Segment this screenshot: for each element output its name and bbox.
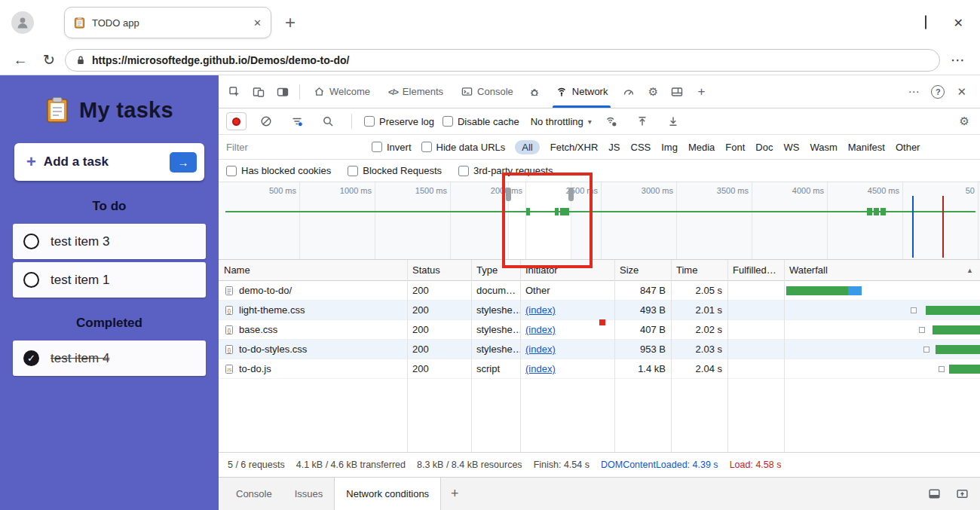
network-request-row[interactable]: demo-to-do/200docum…Other847 B2.05 s	[219, 281, 980, 301]
request-name[interactable]: to-do.js	[239, 363, 271, 374]
selection-handle-left[interactable]	[506, 188, 511, 201]
submit-task-button[interactable]: →	[170, 152, 197, 173]
tab-elements[interactable]: </> Elements	[380, 75, 452, 108]
network-overview-timeline[interactable]: 500 ms1000 ms1500 ms2000 ms2500 ms3000 m…	[219, 182, 980, 260]
filter-pill-media[interactable]: Media	[688, 142, 715, 153]
clear-icon[interactable]	[255, 110, 277, 133]
filter-checkbox-blocked-requests[interactable]: Blocked Requests	[348, 165, 442, 176]
task-checked-icon[interactable]: ✓	[23, 350, 39, 366]
hide-data-urls-checkbox[interactable]: Hide data URLs	[421, 142, 506, 153]
request-initiator[interactable]: (index)	[520, 320, 614, 339]
checkbox-icon[interactable]	[458, 166, 469, 176]
filter-pill-fetch-xhr[interactable]: Fetch/XHR	[550, 142, 599, 153]
request-name[interactable]: light-theme.css	[239, 304, 305, 316]
checkbox-icon[interactable]	[226, 166, 237, 176]
column-header-status[interactable]: Status	[407, 264, 471, 276]
search-icon[interactable]	[317, 110, 339, 133]
drawer-add-tab-button[interactable]: +	[441, 486, 469, 502]
checkbox-icon[interactable]	[348, 166, 358, 176]
drawer-tab-console[interactable]: Console	[225, 478, 283, 510]
tab-close-icon[interactable]: ✕	[253, 17, 262, 29]
column-header-size[interactable]: Size	[614, 264, 671, 276]
application-gear-icon[interactable]: ⚙	[642, 81, 664, 103]
window-close-button[interactable]: ✕	[954, 16, 963, 30]
add-task-card[interactable]: + Add a task →	[14, 143, 204, 181]
filter-pill-wasm[interactable]: Wasm	[810, 142, 837, 153]
checkbox-icon[interactable]	[372, 142, 382, 152]
column-header-waterfall[interactable]: Waterfall ▲	[784, 264, 980, 276]
todo-item[interactable]: ✓test item 4	[13, 341, 206, 376]
selection-handle-right[interactable]	[568, 188, 574, 201]
tab-network[interactable]: Network	[547, 75, 617, 108]
network-request-row[interactable]: {}to-do-styles.css200styleshe…(index)953…	[219, 340, 980, 359]
new-tab-button[interactable]: +	[285, 12, 296, 33]
column-header-initiator[interactable]: Initiator	[520, 264, 614, 276]
drawer-tab-network-conditions[interactable]: Network conditions	[334, 478, 441, 510]
checkbox-icon[interactable]	[443, 116, 453, 127]
filter-checkbox-3rd-party-requests[interactable]: 3rd-party requests	[458, 165, 553, 176]
request-initiator[interactable]: (index)	[520, 301, 614, 319]
drawer-tab-issues[interactable]: Issues	[283, 478, 335, 510]
invert-checkbox[interactable]: Invert	[372, 142, 412, 153]
checkbox-icon[interactable]	[364, 116, 375, 127]
preserve-log-checkbox[interactable]: Preserve log	[364, 116, 434, 127]
filter-pill-ws[interactable]: WS	[783, 142, 799, 153]
filter-pill-img[interactable]: Img	[661, 142, 678, 153]
filter-pill-other[interactable]: Other	[896, 142, 920, 153]
column-header-type[interactable]: Type	[471, 264, 520, 276]
device-toolbar-icon[interactable]	[247, 81, 270, 103]
add-panel-button[interactable]: +	[690, 81, 712, 103]
reload-button[interactable]: ↻	[36, 51, 62, 69]
performance-gauge-icon[interactable]	[617, 81, 640, 103]
devtools-menu-icon[interactable]: ⋯	[908, 85, 919, 99]
record-button[interactable]	[226, 112, 247, 130]
filter-pill-all[interactable]: All	[515, 140, 539, 154]
filter-input[interactable]	[226, 142, 362, 153]
back-button[interactable]: ←	[8, 52, 33, 69]
network-request-row[interactable]: {}light-theme.css200styleshe…(index)493 …	[219, 301, 980, 320]
request-name[interactable]: base.css	[239, 324, 277, 335]
layout-panel-icon[interactable]	[666, 81, 688, 103]
help-icon[interactable]: ?	[931, 85, 945, 99]
filter-pill-doc[interactable]: Doc	[755, 142, 773, 153]
profile-avatar[interactable]	[11, 11, 34, 34]
request-initiator[interactable]: (index)	[520, 340, 614, 359]
dock-panel-icon[interactable]	[928, 487, 941, 500]
address-bar[interactable]: https://microsoftedge.github.io/Demos/de…	[65, 49, 940, 72]
focus-mode-icon[interactable]	[271, 81, 294, 103]
filter-pill-manifest[interactable]: Manifest	[848, 142, 885, 153]
column-header-name[interactable]: Name	[219, 264, 407, 276]
import-har-icon[interactable]	[631, 110, 654, 133]
task-unchecked-icon[interactable]	[23, 234, 39, 249]
filter-checkbox-has-blocked-cookies[interactable]: Has blocked cookies	[226, 165, 331, 176]
inspect-icon[interactable]	[223, 81, 246, 103]
tab-console[interactable]: Console	[453, 75, 522, 108]
todo-item[interactable]: test item 3	[13, 224, 206, 259]
filter-funnel-icon[interactable]	[286, 110, 308, 133]
network-conditions-icon[interactable]	[600, 110, 623, 133]
filter-pill-font[interactable]: Font	[725, 142, 745, 153]
todo-item[interactable]: test item 1	[13, 262, 206, 298]
task-unchecked-icon[interactable]	[23, 272, 39, 288]
filter-pill-js[interactable]: JS	[608, 142, 620, 153]
filter-pill-css[interactable]: CSS	[631, 142, 651, 153]
devtools-close-icon[interactable]: ✕	[957, 85, 966, 99]
throttling-dropdown[interactable]: No throttling ▾	[531, 116, 592, 127]
request-name[interactable]: demo-to-do/	[239, 285, 292, 296]
checkbox-icon[interactable]	[421, 142, 432, 152]
browser-menu-icon[interactable]: ⋯	[951, 51, 965, 69]
browser-tab[interactable]: TODO app ✕	[64, 7, 271, 38]
settings-gear-icon[interactable]: ⚙	[960, 115, 972, 128]
disable-cache-checkbox[interactable]: Disable cache	[443, 116, 519, 127]
request-name[interactable]: to-do-styles.css	[239, 344, 307, 355]
tab-welcome[interactable]: Welcome	[305, 75, 378, 108]
expand-panel-icon[interactable]	[956, 487, 969, 500]
network-request-row[interactable]: JSto-do.js200script(index)1.4 kB2.04 s	[219, 359, 980, 379]
column-header-fulfilled[interactable]: Fulfilled…	[727, 264, 784, 276]
export-har-icon[interactable]	[662, 110, 684, 133]
column-header-time[interactable]: Time	[671, 264, 727, 276]
request-initiator[interactable]: (index)	[520, 359, 614, 378]
window-maximize-button[interactable]	[925, 16, 926, 29]
network-request-row[interactable]: {}base.css200styleshe…(index)407 B2.02 s	[219, 320, 980, 340]
bug-icon[interactable]	[523, 81, 546, 103]
